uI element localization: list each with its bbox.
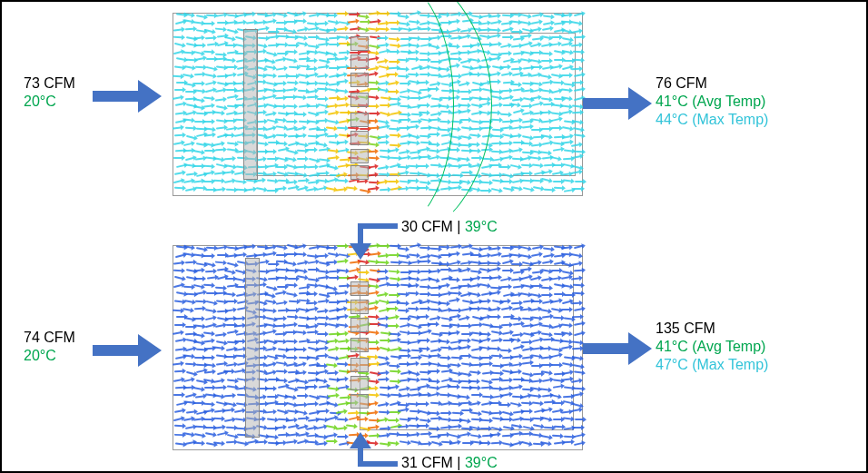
aux-top-cfm: 30 CFM [401, 219, 453, 234]
top-fan [350, 54, 369, 69]
top-inlet-label: 73 CFM 20°C [24, 74, 75, 111]
bottom-fan [350, 281, 369, 296]
bottom-fan [350, 318, 369, 332]
bottom-fan [350, 376, 369, 390]
top-fan [350, 73, 369, 87]
top-inlet-temp: 20°C [24, 94, 56, 109]
top-outlet-avg: 41°C [656, 94, 688, 109]
bottom-outlet-avg: 41°C [656, 339, 688, 354]
bottom-inlet-label: 74 CFM 20°C [24, 329, 75, 365]
top-outlet-max-note: (Max Temp) [692, 112, 768, 127]
bottom-outlet-max: 47°C [656, 357, 688, 372]
sep: | [457, 455, 465, 470]
bottom-fan [350, 394, 369, 409]
arrow-right-icon [93, 80, 169, 113]
top-vector-field [173, 13, 581, 194]
bottom-aux-top-label: 30 CFM | 39°C [401, 218, 498, 236]
aux-bot-temp: 39°C [465, 455, 498, 470]
bottom-vector-field [173, 245, 581, 448]
bottom-fan [350, 300, 369, 314]
top-outlet-avg-note: (Avg Temp) [692, 94, 765, 109]
top-outlet-max: 44°C [656, 112, 688, 127]
sep: | [457, 219, 465, 234]
top-fan [350, 93, 369, 107]
bottom-fan [350, 358, 369, 372]
top-outlet-cfm: 76 CFM [656, 75, 707, 91]
arrow-right-icon [583, 332, 659, 365]
top-fan [350, 131, 369, 145]
top-outlet-label: 76 CFM 41°C (Avg Temp) 44°C (Max Temp) [656, 74, 768, 129]
arrow-right-icon [583, 87, 659, 120]
top-inlet-cfm: 73 CFM [24, 75, 75, 91]
bottom-inlet-temp: 20°C [24, 348, 56, 363]
bottom-aux-bottom-label: 31 CFM | 39°C [401, 454, 498, 472]
bottom-flow-panel [173, 245, 581, 448]
bottom-outlet-avg-note: (Avg Temp) [692, 339, 765, 354]
top-fan [350, 113, 369, 127]
bottom-outlet-max-note: (Max Temp) [692, 357, 768, 372]
top-fan [350, 36, 369, 51]
top-filter-block [243, 29, 258, 180]
diagram-frame: 73 CFM 20°C 76 CFM 41°C (Avg Temp) 44°C … [0, 0, 868, 473]
bottom-outlet-label: 135 CFM 41°C (Avg Temp) 47°C (Max Temp) [656, 320, 768, 374]
bottom-filter-block [245, 258, 260, 438]
bottom-inlet-cfm: 74 CFM [24, 330, 75, 345]
top-fan [350, 149, 369, 163]
aux-bot-cfm: 31 CFM [401, 455, 453, 470]
bottom-fan [350, 338, 369, 352]
top-fan [350, 165, 369, 180]
bottom-outlet-cfm: 135 CFM [656, 320, 715, 336]
top-flow-panel [173, 13, 581, 194]
aux-top-temp: 39°C [465, 219, 498, 234]
arrow-right-icon [93, 334, 169, 367]
